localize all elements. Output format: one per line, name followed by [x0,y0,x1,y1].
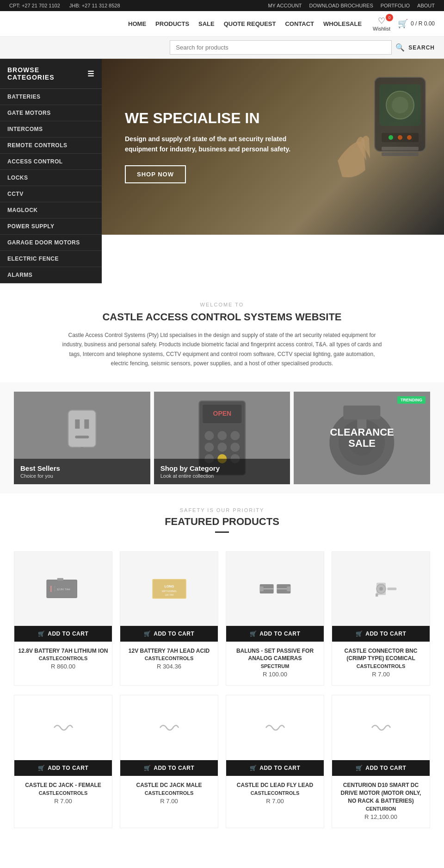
product-image [226,552,324,626]
product-brand: CENTURION [332,806,430,812]
add-to-cart-label: ADD TO CART [259,631,300,637]
cart-icon: 🛒 [38,631,45,637]
banner-shop-subtitle: Look at entire collection [160,473,284,479]
add-to-cart-label: ADD TO CART [48,631,88,637]
wishlist-count: 0 [386,14,393,21]
heart-icon: ♡ [378,16,385,26]
featured-divider [215,531,229,533]
sidebar-item-garage-door-motors[interactable]: GARAGE DOOR MOTORS [0,235,102,251]
phone-cpt: CPT: +27 21 702 1102 [9,3,60,8]
banner-shop-category[interactable]: OPEN Shop by Category Look at entire col… [154,392,290,484]
cart-area[interactable]: 🛒 0 / R 0.00 [398,19,435,29]
welcome-description: Castle Access Control Systems (Pty) Ltd … [60,331,384,368]
add-to-cart-button[interactable]: 🛒 ADD TO CART [14,760,112,776]
svg-text:12V 7AH: 12V 7AH [165,593,173,596]
svg-rect-34 [57,578,63,580]
clearance-title: CLEARANCESALE [330,426,394,449]
banner-clearance[interactable]: Trending CLEARANCESALE [294,392,430,484]
add-to-cart-button[interactable]: 🛒 ADD TO CART [226,626,324,642]
top-bar-links: MY ACCOUNT DOWNLOAD BROCHURES PORTFOLIO … [268,3,435,8]
nav-sale[interactable]: SALE [198,20,215,27]
svg-point-6 [398,135,402,140]
product-price: R 12,100.00 [332,812,430,822]
sidebar-item-intercoms[interactable]: INTERCOMS [0,121,102,137]
hero-banner: WE SPECIALISE IN Design and supply of st… [102,59,444,235]
sidebar-item-alarms[interactable]: ALARMS [0,267,102,283]
search-input[interactable] [170,40,392,55]
phone-jhb: JHB: +27 11 312 8528 [69,3,120,8]
sidebar-item-electric-fence[interactable]: ELECTRIC FENCE [0,251,102,267]
nav-contact[interactable]: CONTACT [285,20,314,27]
svg-text:OPEN: OPEN [213,410,231,417]
add-to-cart-label: ADD TO CART [48,765,88,771]
banner-best-sellers[interactable]: Best Sellers Choice for you [14,392,150,484]
nav-products[interactable]: PRODUCTS [155,20,189,27]
cart-icon: 🛒 [38,765,45,771]
product-card: 12.8V 7AH 🛒 ADD TO CART 12.8V Battery 7A… [14,551,112,686]
banner-best-title: Best Sellers [20,464,144,472]
svg-text:WP7420BW1: WP7420BW1 [162,589,177,592]
product-name: Baluns - SET Passive for Analog Cameras [226,645,324,664]
sidebar-item-power-supply[interactable]: POWER SUPPLY [0,219,102,235]
add-to-cart-button[interactable]: 🛒 ADD TO CART [332,760,430,776]
svg-rect-31 [344,406,381,419]
nav-quote[interactable]: QUOTE REQUEST [224,20,276,27]
product-name: Centurion D10 Smart DC DRIVE MOTOR (Moto… [332,780,430,806]
sidebar-item-locks[interactable]: LOCKS [0,170,102,186]
header-right: ♡ 0 Wishlist 🛒 0 / R 0.00 [373,16,435,31]
add-to-cart-button[interactable]: 🛒 ADD TO CART [120,760,218,776]
portfolio-link[interactable]: PORTFOLIO [381,3,410,8]
svg-point-23 [230,443,240,452]
product-name: Castle DC Jack Male [120,780,218,790]
sidebar-item-access-control[interactable]: ACCESS CONTROL [0,154,102,170]
product-card: 🛒 ADD TO CART Castle DC Jack Male CASTLE… [120,695,218,828]
add-to-cart-label: ADD TO CART [259,765,300,771]
product-brand: CASTLECONTROLS [14,790,112,796]
header: HOME PRODUCTS SALE QUOTE REQUEST CONTACT… [0,11,444,37]
cart-icon: 🛒 [356,765,363,771]
svg-point-20 [230,431,240,440]
nav-home[interactable]: HOME [128,20,146,27]
product-price: R 7.00 [332,669,430,680]
sidebar-item-maglock[interactable]: MAGLOCK [0,202,102,219]
nav-wholesale[interactable]: WHOLESALE [323,20,362,27]
add-to-cart-button[interactable]: 🛒 ADD TO CART [14,626,112,642]
promo-banners: Best Sellers Choice for you OPEN [0,382,444,493]
add-to-cart-button[interactable]: 🛒 ADD TO CART [120,626,218,642]
product-brand: SPECTRUM [226,663,324,669]
svg-rect-8 [382,147,419,150]
wishlist-area[interactable]: ♡ 0 Wishlist [373,16,390,31]
svg-point-18 [204,431,214,440]
svg-rect-11 [75,419,80,429]
sidebar-item-gate-motors[interactable]: GATE MOTORS [0,105,102,121]
sidebar-menu: BATTERIESGATE MOTORSINTERCOMSREMOTE CONT… [0,89,102,283]
sidebar-item-batteries[interactable]: BATTERIES [0,89,102,105]
search-label: SEARCH [408,44,435,51]
product-card: 🛒 ADD TO CART Castle DC Lead Fly lead CA… [226,695,324,828]
products-grid-row2: 🛒 ADD TO CART Castle DC Jack - Female CA… [0,695,444,842]
welcome-subtitle: WELCOME TO [28,302,416,307]
svg-text:LONG: LONG [164,584,174,588]
svg-rect-12 [84,419,89,429]
sidebar-toggle-icon[interactable]: ☰ [87,69,94,78]
sidebar-item-cctv[interactable]: CCTV [0,186,102,202]
product-brand: CASTLECONTROLS [120,790,218,796]
sidebar-header: BROWSE CATEGORIES ☰ [0,59,102,89]
about-link[interactable]: ABOUT [417,3,435,8]
main-nav: HOME PRODUCTS SALE QUOTE REQUEST CONTACT… [128,20,362,27]
my-account-link[interactable]: MY ACCOUNT [268,3,302,8]
shop-now-button[interactable]: SHOP NOW [125,165,186,183]
add-to-cart-button[interactable]: 🛒 ADD TO CART [332,626,430,642]
svg-point-19 [217,431,227,440]
add-to-cart-button[interactable]: 🛒 ADD TO CART [226,760,324,776]
product-brand: CASTLECONTROLS [120,656,218,661]
product-name: Castle DC Lead Fly lead [226,780,324,790]
cart-icon: 🛒 [144,631,151,637]
search-button[interactable]: 🔍 [395,43,405,52]
svg-point-21 [204,443,214,452]
download-brochures-link[interactable]: DOWNLOAD BROCHURES [309,3,373,8]
sidebar-item-remote-controls[interactable]: REMOTE CONTROLS [0,137,102,154]
banner-best-overlay: Best Sellers Choice for you [14,459,150,484]
product-price: R 7.00 [226,796,324,806]
svg-point-5 [388,135,393,140]
